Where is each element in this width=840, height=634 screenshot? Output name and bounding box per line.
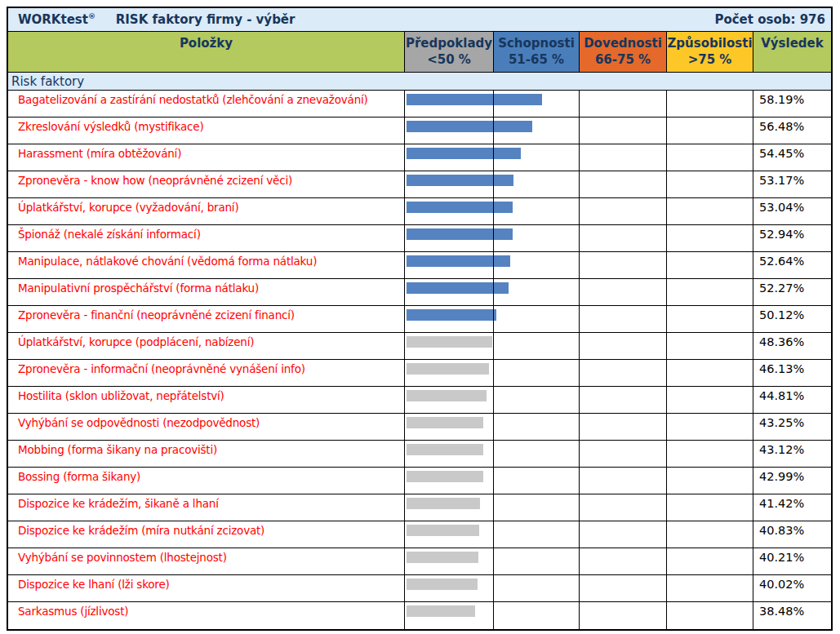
risk-value: 53.17% [753,171,831,197]
column-divider [579,91,580,117]
risk-bar-cell [405,441,753,467]
risk-label: Zpronevěra - finanční (neoprávněné zcize… [8,306,405,332]
column-divider [666,575,667,601]
column-divider [579,252,580,278]
column-divider [493,252,494,278]
risk-label: Manipulace, nátlakové chování (vědomá fo… [8,252,405,278]
risk-value-bar [407,471,483,482]
risk-value-bar [407,202,513,213]
column-divider [579,548,580,574]
risk-bar-cell [405,306,753,332]
column-divider [493,441,494,467]
column-divider [666,441,667,467]
column-header-band-dovednosti: Dovednosti 66-75 % [580,32,667,72]
band-name: Způsobilosti [667,35,753,51]
risk-row: Hostilita (sklon ubližovat, nepřátelství… [8,387,831,414]
risk-value: 58.19% [753,91,831,117]
risk-row: Vyhýbání se odpovědnosti (nezodpovědnost… [8,414,831,441]
risk-row: Zkreslování výsledků (mystifikace) 56.48… [8,117,831,144]
risk-value: 40.02% [753,575,831,601]
column-divider [666,306,667,332]
column-header-band-schopnosti: Schopnosti 51-65 % [494,32,580,72]
risk-bar-cell [405,548,753,574]
risk-value-bar [407,444,483,455]
risk-bar-cell [405,387,753,413]
risk-bar-cell [405,91,753,117]
risk-label: Úplatkářství, korupce (vyžadování, braní… [8,198,405,224]
column-divider [666,333,667,359]
risk-row: Mobbing (forma šikany na pracovišti) 43.… [8,441,831,468]
column-divider [493,494,494,521]
column-divider [579,441,580,467]
column-divider [579,333,580,359]
risk-bar-cell [405,252,753,278]
column-divider [493,91,494,117]
column-divider [493,548,494,574]
risk-bar-cell [405,333,753,359]
column-divider [579,198,580,224]
risk-row: Vyhýbání se povinnostem (lhostejnost) 40… [8,548,831,575]
column-divider [493,117,494,144]
risk-label: Špionáž (nekalé získání informací) [8,225,405,251]
column-divider [493,171,494,197]
risk-row: Zpronevěra - know how (neoprávněné zcize… [8,171,831,198]
band-range: 66-75 % [580,51,666,68]
risk-value: 52.94% [753,225,831,251]
risk-row: Zpronevěra - finanční (neoprávněné zcize… [8,306,831,333]
risk-label: Zpronevěra - know how (neoprávněné zcize… [8,171,405,197]
column-divider [666,360,667,386]
risk-value-bar [407,175,513,186]
risk-value: 52.27% [753,279,831,305]
risk-row: Manipulativní prospěchářství (forma nátl… [8,279,831,306]
risk-label: Harassment (míra obtěžování) [8,144,405,171]
risk-label: Bagatelizování a zastírání nedostatků (z… [8,91,405,117]
risk-value: 53.04% [753,198,831,224]
title-left: WORKtest® RISK faktory firmy - výběr [18,12,295,27]
band-range: <50 % [405,51,493,68]
risk-label: Sarkasmus (jízlivost) [8,602,405,629]
risk-value-bar [407,228,513,240]
column-divider [493,279,494,305]
risk-value-bar [407,363,489,375]
risk-value: 48.36% [753,333,831,359]
risk-row: Dispozice ke krádežím (míra nutkání zciz… [8,521,831,548]
column-divider [666,144,667,171]
column-divider [493,360,494,386]
risk-rows-container: Bagatelizování a zastírání nedostatků (z… [8,91,831,629]
risk-label: Bossing (forma šikany) [8,468,405,494]
risk-label: Hostilita (sklon ubližovat, nepřátelství… [8,387,405,413]
risk-value-bar [407,498,480,509]
risk-value-bar [407,552,478,563]
risk-value: 54.45% [753,144,831,171]
column-divider [666,91,667,117]
column-divider [579,225,580,251]
risk-bar-cell [405,144,753,171]
column-divider [493,575,494,601]
column-header-items: Položky [8,32,405,72]
column-divider [493,414,494,440]
risk-label: Manipulativní prospěchářství (forma nátl… [8,279,405,305]
risk-bar-cell [405,225,753,251]
column-divider [666,548,667,574]
column-divider [666,494,667,521]
risk-value-bar [407,309,496,321]
column-divider [666,171,667,197]
risk-bar-cell [405,468,753,494]
risk-label: Vyhýbání se odpovědnosti (nezodpovědnost… [8,414,405,440]
column-divider [579,468,580,494]
column-header-result: Výsledek [753,32,831,72]
column-divider [666,602,667,629]
risk-row: Harassment (míra obtěžování) 54.45% [8,144,831,171]
column-divider [493,333,494,359]
risk-value: 50.12% [753,306,831,332]
risk-value: 43.25% [753,414,831,440]
risk-label: Úplatkářství, korupce (podplácení, nabíz… [8,333,405,359]
column-divider [493,468,494,494]
risk-row: Sarkasmus (jízlivost) 38.48% [8,602,831,629]
risk-value-bar [407,605,475,617]
column-header-row: Položky Předpoklady <50 % Schopnosti 51-… [8,32,831,73]
risk-report-table: WORKtest® RISK faktory firmy - výběr Poč… [7,7,833,631]
column-divider [493,198,494,224]
column-divider [579,171,580,197]
column-divider [666,521,667,548]
